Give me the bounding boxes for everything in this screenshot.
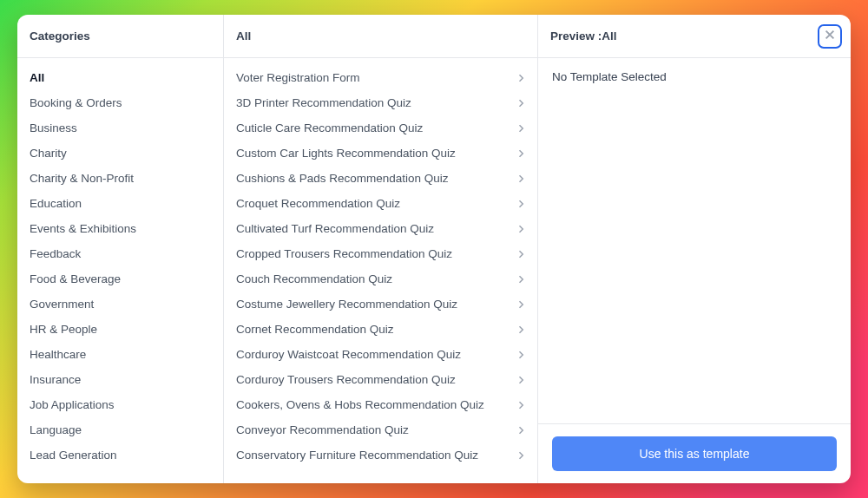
templates-header-label: All [236,29,251,43]
template-item-label: Corduroy Trousers Recommendation Quiz [236,373,515,386]
templates-list[interactable]: Voter Registration Form3D Printer Recomm… [224,58,537,483]
chevron-right-icon [515,97,527,109]
category-item-label: Charity [30,147,67,160]
categories-header: Categories [17,15,223,58]
template-item-label: Custom Car Lights Recommendation Quiz [236,147,515,160]
category-item-label: Government [30,298,94,311]
category-item-label: Lead Generation [30,449,117,462]
category-item-label: Language [30,423,82,436]
template-item[interactable]: Conveyor Recommendation Quiz [224,417,537,442]
chevron-right-icon [515,147,527,160]
template-item[interactable]: Cookers, Ovens & Hobs Recommendation Qui… [224,392,537,417]
categories-header-label: Categories [30,29,90,43]
template-item-label: Cuticle Care Recommendation Quiz [236,121,515,134]
category-item-label: All [30,71,44,84]
template-item[interactable]: Cropped Trousers Recommendation Quiz [224,241,537,266]
category-item[interactable]: HR & People [17,317,223,342]
category-item[interactable]: Healthcare [17,342,223,367]
category-item-label: Feedback [30,247,81,260]
template-item[interactable]: Voter Registration Form [224,65,537,90]
category-item[interactable]: Lead Generation [17,442,223,468]
category-item-label: Food & Beverage [30,272,121,285]
chevron-right-icon [515,424,527,436]
close-icon [824,29,836,43]
category-item-label: Charity & Non-Profit [30,172,134,185]
template-picker-modal: Categories AllBooking & OrdersBusinessCh… [17,15,851,483]
category-item[interactable]: Language [17,417,223,442]
template-item-label: 3D Printer Recommendation Quiz [236,96,515,109]
category-item[interactable]: Business [17,115,223,141]
chevron-right-icon [515,273,527,285]
chevron-right-icon [515,298,527,311]
template-item[interactable]: Corduroy Trousers Recommendation Quiz [224,367,537,392]
category-item-label: Events & Exhibitions [30,222,136,235]
chevron-right-icon [515,173,527,185]
template-item[interactable]: Croquet Recommendation Quiz [224,191,537,216]
category-item-label: Education [30,197,82,210]
preview-header-prefix: Preview : [550,29,602,43]
chevron-right-icon [515,349,527,361]
category-item[interactable]: Government [17,292,223,317]
category-item-label: Healthcare [30,348,86,361]
chevron-right-icon [515,198,527,210]
preview-footer: Use this as template [538,423,851,483]
chevron-right-icon [515,449,527,462]
categories-column: Categories AllBooking & OrdersBusinessCh… [17,15,224,483]
template-item-label: Croquet Recommendation Quiz [236,197,515,210]
chevron-right-icon [515,374,527,386]
template-item[interactable]: Custom Car Lights Recommendation Quiz [224,141,537,166]
category-item[interactable]: Education [17,191,223,216]
category-item[interactable]: Charity [17,141,223,166]
preview-empty-message: No Template Selected [552,70,667,83]
category-item[interactable]: Food & Beverage [17,266,223,292]
template-item[interactable]: 3D Printer Recommendation Quiz [224,90,537,115]
category-item[interactable]: Booking & Orders [17,90,223,115]
preview-header: Preview : All [538,15,851,58]
category-item-label: Business [30,121,77,134]
category-item-label: Booking & Orders [30,96,122,109]
template-item-label: Conservatory Furniture Recommendation Qu… [236,449,515,462]
category-item[interactable]: Job Applications [17,392,223,417]
template-item-label: Conveyor Recommendation Quiz [236,423,515,436]
category-item[interactable]: Charity & Non-Profit [17,166,223,191]
chevron-right-icon [515,223,527,235]
chevron-right-icon [515,399,527,411]
category-item[interactable]: Feedback [17,241,223,266]
template-item-label: Costume Jewellery Recommendation Quiz [236,298,515,311]
template-item[interactable]: Cushions & Pads Recommendation Quiz [224,166,537,191]
chevron-right-icon [515,122,527,134]
template-item[interactable]: Corduroy Waistcoat Recommendation Quiz [224,342,537,367]
template-item[interactable]: Cuticle Care Recommendation Quiz [224,115,537,141]
template-item-label: Cropped Trousers Recommendation Quiz [236,247,515,260]
template-item-label: Cookers, Ovens & Hobs Recommendation Qui… [236,398,515,411]
preview-header-value: All [602,29,616,43]
gradient-backdrop: Categories AllBooking & OrdersBusinessCh… [0,0,868,498]
preview-body: No Template Selected [538,58,851,423]
chevron-right-icon [515,72,527,84]
template-item[interactable]: Conservatory Furniture Recommendation Qu… [224,442,537,468]
close-button[interactable] [818,24,842,49]
template-item-label: Corduroy Waistcoat Recommendation Quiz [236,348,515,361]
template-item-label: Voter Registration Form [236,71,515,84]
category-item[interactable]: All [17,65,223,90]
category-item-label: HR & People [30,323,97,336]
template-item[interactable]: Costume Jewellery Recommendation Quiz [224,292,537,317]
category-item-label: Insurance [30,373,81,386]
templates-column: All Voter Registration Form3D Printer Re… [224,15,538,483]
categories-list[interactable]: AllBooking & OrdersBusinessCharityCharit… [17,58,223,483]
category-item[interactable]: Insurance [17,367,223,392]
template-item-label: Cultivated Turf Recommendation Quiz [236,222,515,235]
chevron-right-icon [515,324,527,336]
template-item-label: Couch Recommendation Quiz [236,272,515,285]
preview-column: Preview : All No Template Selected Use t… [538,15,851,483]
chevron-right-icon [515,248,527,260]
use-as-template-label: Use this as template [640,447,750,461]
templates-header: All [224,15,537,58]
template-item-label: Cushions & Pads Recommendation Quiz [236,172,515,185]
category-item[interactable]: Events & Exhibitions [17,216,223,241]
template-item[interactable]: Couch Recommendation Quiz [224,266,537,292]
template-item[interactable]: Cultivated Turf Recommendation Quiz [224,216,537,241]
category-item-label: Job Applications [30,398,115,411]
template-item[interactable]: Cornet Recommendation Quiz [224,317,537,342]
use-as-template-button[interactable]: Use this as template [552,436,837,471]
